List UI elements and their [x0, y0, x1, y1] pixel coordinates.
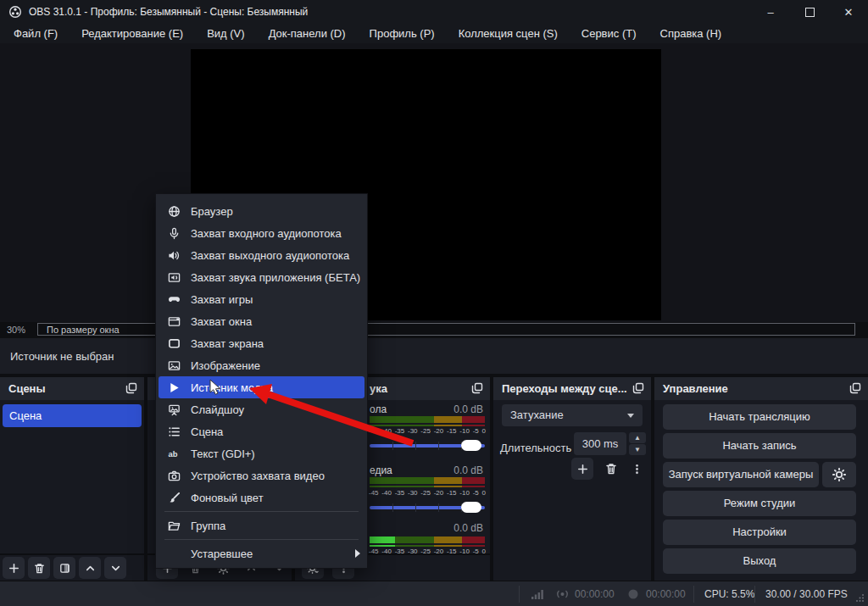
- text-icon: ab: [167, 447, 181, 460]
- window-icon: [167, 314, 181, 328]
- title-bar: OBS 31.0.1 - Профиль: Безымянный - Сцены…: [0, 0, 868, 24]
- controls-dock-header: Управление: [654, 377, 868, 400]
- menu-item-image[interactable]: Изображение: [156, 354, 367, 376]
- brush-icon: [167, 491, 181, 504]
- list-icon: [167, 425, 181, 438]
- status-bar: 00:00:00 00:00:00 CPU: 5.5% 30.00 / 30.0…: [0, 581, 868, 606]
- fps-indicator: 30.00 / 30.00 FPS: [765, 588, 848, 600]
- slideshow-icon: [167, 403, 181, 416]
- add-scene-button[interactable]: [3, 557, 25, 579]
- scenes-dock-title: Сцены: [8, 382, 46, 395]
- volume-slider[interactable]: [370, 439, 485, 453]
- record-status-icon: [627, 588, 639, 600]
- studio-mode-button[interactable]: Режим студии: [663, 491, 856, 516]
- start-streaming-button[interactable]: Начать трансляцию: [663, 404, 856, 430]
- volume-slider-handle[interactable]: [461, 502, 481, 513]
- menu-item-deprecated[interactable]: Устаревшее: [156, 542, 367, 564]
- duration-spinner: ▲ ▼: [629, 432, 646, 455]
- meter-scale: -45-40-35-30-25-20-15-10-50: [369, 489, 486, 497]
- submenu-arrow-icon: [355, 549, 360, 558]
- microphone-icon: [167, 226, 181, 240]
- menu-item-group[interactable]: Группа: [156, 514, 367, 537]
- gamepad-icon: [167, 292, 181, 306]
- close-button[interactable]: ✕: [829, 0, 868, 24]
- mixer-channel-level: 0.0 dB: [453, 464, 483, 476]
- volume-meter: [370, 416, 485, 426]
- display-icon: [167, 336, 181, 350]
- transitions-dock-title: Переходы между сце...: [502, 382, 627, 395]
- resize-grip[interactable]: [856, 593, 865, 602]
- transition-menu-button[interactable]: [626, 458, 648, 480]
- scene-list-item[interactable]: Сцена: [3, 404, 142, 427]
- popout-icon[interactable]: [125, 381, 138, 395]
- menu-item-slideshow[interactable]: Слайдшоу: [156, 398, 367, 420]
- menu-docks[interactable]: Док-панели (D): [257, 25, 358, 43]
- stream-timer: 00:00:00: [575, 588, 615, 600]
- volume-slider[interactable]: [370, 501, 485, 514]
- menu-file[interactable]: Файл (F): [2, 25, 70, 43]
- popout-icon[interactable]: [849, 381, 862, 395]
- popout-icon[interactable]: [632, 381, 645, 395]
- scene-down-button[interactable]: [104, 557, 126, 579]
- window-title: OBS 31.0.1 - Профиль: Безымянный - Сцены…: [29, 6, 308, 18]
- menu-item-text-gdi[interactable]: ab Текст (GDI+): [156, 442, 367, 464]
- menu-edit[interactable]: Редактирование (E): [70, 25, 195, 43]
- settings-button[interactable]: Настройки: [663, 520, 856, 545]
- folder-icon: [167, 519, 181, 532]
- menu-item-video-capture-device[interactable]: Устройство захвата видео: [156, 464, 367, 486]
- start-recording-button[interactable]: Начать запись: [663, 433, 856, 459]
- add-transition-button[interactable]: [571, 458, 593, 480]
- menu-profile[interactable]: Профиль (P): [358, 25, 447, 43]
- popout-icon[interactable]: [470, 381, 484, 395]
- volume-slider-handle[interactable]: [461, 440, 481, 451]
- remove-transition-button[interactable]: [600, 458, 622, 480]
- virtual-camera-settings-button[interactable]: [822, 462, 856, 487]
- menu-tools[interactable]: Сервис (T): [570, 25, 648, 43]
- menu-item-audio-output-capture[interactable]: Захват выходного аудиопотока: [156, 244, 367, 266]
- scenes-dock: Сцены Сцена: [0, 377, 144, 581]
- spin-down-button[interactable]: ▼: [629, 444, 646, 455]
- scene-filters-button[interactable]: [53, 557, 75, 579]
- volume-meter: [370, 537, 485, 547]
- menu-help[interactable]: Справка (H): [648, 25, 734, 43]
- app-audio-icon: [167, 270, 181, 284]
- spin-up-button[interactable]: ▲: [629, 432, 646, 443]
- obs-logo-icon: [8, 5, 22, 19]
- preview-zoom-percent: 30%: [7, 325, 25, 335]
- duration-value[interactable]: 300 ms: [574, 432, 626, 455]
- scene-up-button[interactable]: [79, 557, 101, 579]
- record-timer: 00:00:00: [646, 588, 686, 600]
- globe-icon: [167, 204, 181, 218]
- add-source-context-menu: Браузер Захват входного аудиопотока Захв…: [155, 193, 368, 569]
- menu-item-color-source[interactable]: Фоновый цвет: [156, 486, 367, 509]
- menu-item-window-capture[interactable]: Захват окна: [156, 310, 367, 332]
- transitions-dock-header: Переходы между сце...: [493, 377, 651, 400]
- mixer-channel-level: 0.0 dB: [453, 403, 483, 415]
- source-toolbar: Источник не выбран: [0, 338, 868, 374]
- remove-scene-button[interactable]: [28, 557, 50, 579]
- menu-item-browser[interactable]: Браузер: [156, 200, 367, 222]
- maximize-button[interactable]: [790, 0, 829, 24]
- controls-dock: Управление Начать трансляцию Начать запи…: [654, 377, 868, 581]
- menu-item-media-source[interactable]: Источник медиа: [159, 376, 364, 398]
- transition-select[interactable]: Затухание: [502, 404, 643, 426]
- minimize-button[interactable]: –: [751, 0, 790, 24]
- menu-item-application-audio-capture[interactable]: Захват звука приложения (БЕТА): [156, 266, 367, 288]
- menu-scene-collection[interactable]: Коллекция сцен (S): [447, 25, 570, 43]
- svg-text:ab: ab: [168, 449, 177, 458]
- mixer-channel-name: ола: [370, 403, 387, 415]
- scenes-dock-header: Сцены: [0, 377, 144, 400]
- scenes-toolbar: [0, 553, 144, 581]
- meter-scale: -45-40-35-30-25-20-15-10-50: [369, 427, 486, 435]
- speaker-icon: [167, 248, 181, 262]
- start-virtual-camera-button[interactable]: Запуск виртуальной камеры: [663, 462, 819, 487]
- menu-item-game-capture[interactable]: Захват игры: [156, 288, 367, 310]
- exit-button[interactable]: Выход: [663, 548, 856, 574]
- play-icon: [167, 381, 181, 394]
- menu-item-audio-input-capture[interactable]: Захват входного аудиопотока: [156, 222, 367, 244]
- menu-view[interactable]: Вид (V): [195, 25, 256, 43]
- chevron-down-icon: [627, 414, 634, 418]
- menu-item-scene[interactable]: Сцена: [156, 420, 367, 442]
- menu-item-display-capture[interactable]: Захват экрана: [156, 332, 367, 354]
- menu-separator: [164, 511, 359, 512]
